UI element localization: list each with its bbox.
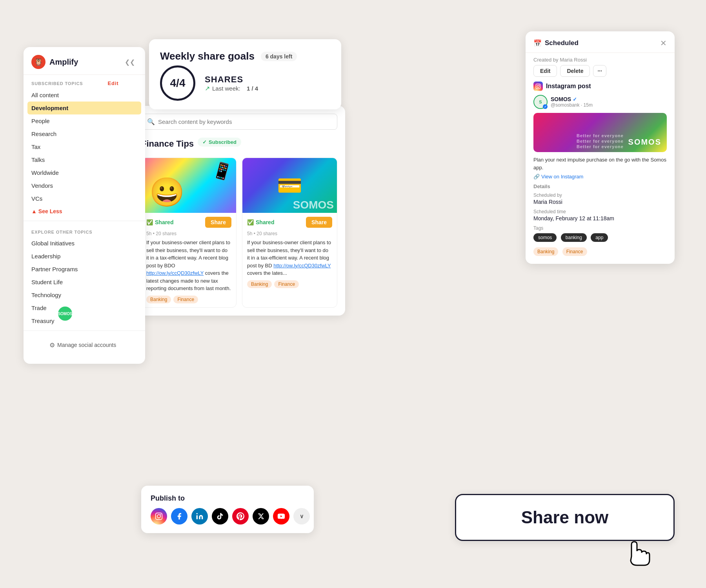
sidebar-header: 🦉 Amplify ❮❮ [24,47,145,75]
sidebar-item-partner[interactable]: Partner Programs [24,263,145,276]
scheduled-by-value: Maria Rossi [533,199,667,205]
edit-topics-link[interactable]: Edit [107,80,118,86]
gear-icon: ⚙ [49,341,55,349]
delete-button[interactable]: Delete [560,65,590,77]
subscribed-badge: ✓ Subscribed [198,138,241,147]
edit-button[interactable]: Edit [533,65,557,77]
card-meta-2: 5h • 20 shares [247,231,332,236]
content-cards-row: 😀 📱 ✅ Shared Share 5h • 20 shares If you… [141,158,337,308]
sidebar-item-global[interactable]: Global Initiatives [24,237,145,250]
sidebar-item-trade[interactable]: Trade [24,301,145,314]
share-now-button[interactable]: Share now [455,494,675,541]
app-logo: 🦉 [31,55,45,69]
sidebar-item-vcs[interactable]: VCs [24,192,145,205]
card-link-2[interactable]: http://ow.ly/ccQD30zfwLY [273,263,331,269]
card-desc-1: If your business-owner client plans to s… [146,239,231,292]
share-button-2[interactable]: Share [306,217,332,228]
scheduled-time-value: Monday, February 12 at 11:18am [533,215,667,221]
account-handle: @somosbank · 15m [551,102,593,108]
sidebar-item-worldwide[interactable]: Worldwide [24,166,145,179]
sidebar-item-development[interactable]: Development [27,102,141,114]
tag-somos: somos [533,233,557,242]
shared-badge-1: ✅ Shared [146,219,173,225]
more-options-button[interactable]: ··· [593,65,606,77]
youtube-icon[interactable] [273,508,289,524]
subscribed-topics-label: SUBSCRIBED TOPICS Edit [24,75,145,89]
check-circle-icon-2: ✅ [247,219,254,225]
instagram-platform-icon [533,82,543,91]
account-name: SOMOS ✓ [551,96,593,102]
search-input[interactable] [158,118,331,125]
close-scheduled-button[interactable]: ✕ [660,38,667,48]
check-circle-icon-1: ✅ [146,219,153,225]
manage-accounts-link[interactable]: ⚙ Manage social accounts [49,341,116,349]
content-card-1: 😀 📱 ✅ Shared Share 5h • 20 shares If you… [141,158,237,308]
tag-banking-1: Banking [146,296,171,303]
calendar-icon-2: 📅 [533,39,542,47]
tiktok-icon[interactable] [212,508,228,524]
collapse-button[interactable]: ❮❮ [122,58,137,67]
explore-topics-label: EXPLORE OTHER TOPICS [24,224,145,237]
sidebar-item-tax[interactable]: Tax [24,140,145,153]
svg-point-5 [160,514,161,515]
scheduled-title: 📅 Scheduled [533,39,579,47]
sidebar-item-student[interactable]: Student Life [24,276,145,289]
created-by-text: Created by Maria Rossi [526,53,675,65]
more-platforms-button[interactable]: ∨ [293,508,310,524]
linkedin-icon[interactable] [191,508,208,524]
shares-label: SHARES [205,74,258,85]
view-on-instagram-link[interactable]: 🔗 View on Instagram [533,174,667,180]
sidebar-item-leadership[interactable]: Leadership [24,250,145,263]
cursor-hand-icon [620,535,655,570]
post-caption: Plan your next impulse purchase on the g… [533,156,667,171]
svg-point-1 [537,85,539,87]
sidebar-item-people[interactable]: People [24,114,145,127]
social-icons-row: ∨ [151,508,304,524]
tag-finance-2: Finance [274,280,299,288]
tag-app: app [591,233,608,242]
sidebar-item-technology[interactable]: Technology [24,289,145,301]
sidebar-item-talks[interactable]: Talks [24,153,145,166]
sidebar-item-vendors[interactable]: Vendors [24,179,145,192]
section-title: Finance Tips [141,139,194,149]
instagram-icon[interactable] [151,508,167,524]
content-card-2: SOMOS 💳 ✅ Shared Share 5h • 20 shares If… [242,158,337,308]
platform-label: Instagram post [546,83,591,90]
card-desc-2: If your business-owner client plans to s… [247,239,332,277]
card-tag-finance: Finance [562,247,587,256]
share-button-1[interactable]: Share [205,217,231,228]
tag-banking-2: Banking [247,280,272,288]
check-icon: ✓ [202,139,207,145]
post-image: Better for everyone Better for everyone … [533,113,667,152]
facebook-icon[interactable] [171,508,187,524]
tag-banking: banking [561,233,587,242]
svg-point-6 [197,513,198,514]
sidebar-item-research[interactable]: Research [24,127,145,140]
pinterest-icon[interactable] [232,508,249,524]
tags-label: Tags [533,225,667,231]
goals-title: Weekly share goals [160,50,255,62]
details-label: Details [533,183,667,189]
account-avatar: S ✓ [533,95,548,109]
shared-badge-2: ✅ Shared [247,219,274,225]
svg-point-4 [157,515,160,518]
search-bar[interactable]: 🔍 [141,114,337,130]
scheduled-by-label: Scheduled by [533,192,667,198]
verified-icon: ✓ [543,104,548,109]
user-avatar[interactable]: SOMOS [58,307,72,321]
scheduled-panel: 📅 Scheduled ✕ Created by Maria Rossi Edi… [526,31,675,264]
sidebar-item-all-content[interactable]: All content [24,89,145,102]
twitter-x-icon[interactable] [253,508,269,524]
publish-panel: Publish to [141,486,314,533]
scheduled-time-label: Scheduled time [533,209,667,214]
trend-icon: ↗ [205,85,210,92]
days-left-badge: 6 days left [261,52,297,61]
card-image-2: SOMOS 💳 [242,158,337,213]
see-less-button[interactable]: ▲ See Less [24,205,145,218]
external-link-icon: 🔗 [533,174,540,180]
card-link-1[interactable]: http://ow.ly/ccQD30zfwLY [146,270,204,276]
sidebar-item-treasury[interactable]: Treasury [24,314,145,327]
card-tag-banking: Banking [533,247,558,256]
progress-circle: 4/4 [160,65,195,101]
svg-point-2 [539,85,540,85]
